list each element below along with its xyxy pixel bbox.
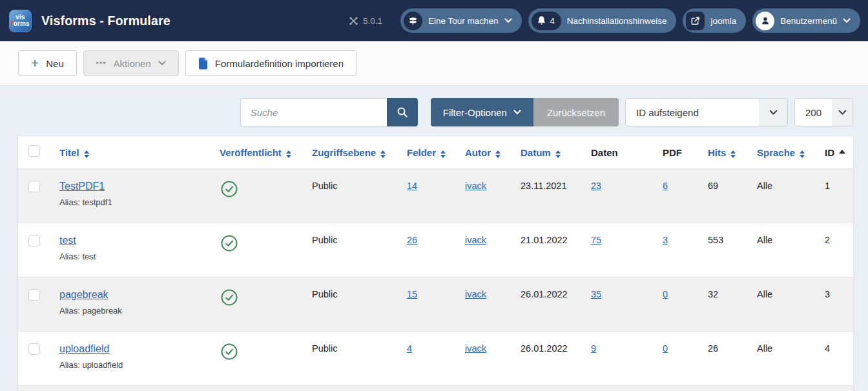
table-row: test Alias: test Public 26 ivack 21.01.2… xyxy=(18,223,853,277)
top-navbar: vis forms Visforms - Formulare 5.0.1 xyxy=(0,0,868,41)
post-installation-messages-button[interactable]: 4 Nachinstallationshinweise xyxy=(528,8,677,33)
import-form-definition-button[interactable]: Formulardefinition importieren xyxy=(185,50,356,76)
fields-count-link[interactable]: 14 xyxy=(407,181,417,191)
form-title-link[interactable]: test xyxy=(59,235,76,246)
notifications-badge: 4 xyxy=(532,12,561,30)
column-header-felder[interactable]: Felder xyxy=(407,136,465,168)
filter-button-group: Filter-Optionen Zurücksetzen xyxy=(431,98,619,126)
reset-button[interactable]: Zurücksetzen xyxy=(533,98,619,126)
author-link[interactable]: ivack xyxy=(465,343,486,354)
row-checkbox[interactable] xyxy=(28,343,40,355)
fields-count-link[interactable]: 4 xyxy=(407,343,412,354)
pdf-count-link[interactable]: 0 xyxy=(663,289,668,299)
form-title-link[interactable]: pagebreak xyxy=(59,289,108,300)
table-row-partial xyxy=(18,385,853,391)
column-header-zugriffsebene[interactable]: Zugriffsebene xyxy=(312,136,407,168)
notifications-label: Nachinstallationshinweise xyxy=(567,16,667,26)
form-id: 4 xyxy=(825,331,853,385)
published-status-icon[interactable] xyxy=(221,243,238,254)
column-header-datum[interactable]: Datum xyxy=(521,136,591,168)
visforms-logo: vis forms xyxy=(9,10,32,32)
column-header-autor[interactable]: Autor xyxy=(465,136,521,168)
forms-table-card: Titel Veröffentlicht Zugriffsebene Felde… xyxy=(18,136,853,391)
column-header-pdf: PDF xyxy=(663,136,708,168)
filter-options-button[interactable]: Filter-Optionen xyxy=(431,98,533,126)
created-date: 26.01.2022 xyxy=(521,277,591,331)
column-header-daten: Daten xyxy=(591,136,663,168)
chevron-down-icon xyxy=(158,61,166,66)
document-icon xyxy=(198,57,208,70)
new-button[interactable]: + Neu xyxy=(18,50,77,76)
published-status-icon[interactable] xyxy=(221,352,238,362)
created-date: 23.11.2021 xyxy=(521,168,591,223)
external-link-icon xyxy=(686,12,705,30)
language: Alle xyxy=(757,277,825,331)
form-alias: Alias: test xyxy=(59,252,220,261)
sort-icon xyxy=(380,150,386,158)
page-size-value: 200 xyxy=(795,99,832,126)
data-count-link[interactable]: 9 xyxy=(591,343,596,354)
row-checkbox[interactable] xyxy=(28,235,40,246)
tour-button[interactable]: Eine Tour machen xyxy=(400,8,522,33)
user-menu-button[interactable]: Benutzermenü xyxy=(752,8,860,33)
joomla-version: 5.0.1 xyxy=(349,16,382,26)
created-date: 21.01.2022 xyxy=(521,223,591,277)
data-count-link[interactable]: 35 xyxy=(591,289,601,299)
form-id: 2 xyxy=(825,223,853,277)
author-link[interactable]: ivack xyxy=(465,181,486,191)
form-alias: Alias: uploadfield xyxy=(59,360,220,370)
chevron-down-icon xyxy=(513,110,521,115)
hits-count: 553 xyxy=(708,223,757,277)
sort-icon xyxy=(440,150,446,158)
table-row: pagebreak Alias: pagebreak Public 15 iva… xyxy=(18,277,853,331)
version-text: 5.0.1 xyxy=(363,16,382,26)
select-all-checkbox[interactable] xyxy=(28,145,40,157)
page-size-select[interactable]: 200 xyxy=(794,98,853,126)
joomla-site-link-button[interactable]: joomla xyxy=(683,8,746,33)
signpost-icon xyxy=(404,12,422,30)
column-header-titel[interactable]: Titel xyxy=(59,136,220,168)
row-checkbox[interactable] xyxy=(28,181,40,192)
author-link[interactable]: ivack xyxy=(465,289,486,299)
form-id: 3 xyxy=(825,277,853,331)
column-header-sprache[interactable]: Sprache xyxy=(757,136,825,168)
row-checkbox[interactable] xyxy=(28,289,40,301)
ellipsis-icon: ••• xyxy=(96,59,107,68)
published-status-icon[interactable] xyxy=(221,189,238,199)
sort-order-select[interactable]: ID aufsteigend xyxy=(625,98,788,126)
sort-icon xyxy=(555,150,561,158)
toolbar: + Neu ••• Aktionen Formulardefinition im… xyxy=(0,41,868,86)
search-input[interactable] xyxy=(240,98,387,126)
table-row: TestPDF1 Alias: testpdf1 Public 14 ivack… xyxy=(18,168,853,223)
fields-count-link[interactable]: 15 xyxy=(407,289,417,299)
pdf-count-link[interactable]: 3 xyxy=(663,235,668,245)
created-date: 26.01.2022 xyxy=(521,331,591,385)
published-status-icon[interactable] xyxy=(221,297,238,308)
author-link[interactable]: ivack xyxy=(465,235,486,245)
sort-ascending-icon xyxy=(839,150,845,154)
pdf-count-link[interactable]: 0 xyxy=(663,343,668,354)
column-header-hits[interactable]: Hits xyxy=(708,136,757,168)
main-content: Filter-Optionen Zurücksetzen ID aufsteig… xyxy=(0,86,868,391)
form-title-link[interactable]: uploadfield xyxy=(59,343,109,354)
notifications-count: 4 xyxy=(550,16,555,26)
access-level: Public xyxy=(312,331,407,385)
fields-count-link[interactable]: 26 xyxy=(407,235,417,245)
pdf-count-link[interactable]: 6 xyxy=(663,181,668,191)
data-count-link[interactable]: 23 xyxy=(591,181,601,191)
actions-button[interactable]: ••• Aktionen xyxy=(83,50,179,76)
forms-table: Titel Veröffentlicht Zugriffsebene Felde… xyxy=(18,136,853,391)
sort-order-value: ID aufsteigend xyxy=(626,99,759,126)
search-button[interactable] xyxy=(387,98,418,126)
sort-icon xyxy=(84,150,89,158)
column-header-veroeffentlicht[interactable]: Veröffentlicht xyxy=(220,136,312,168)
joomla-site-link-label: joomla xyxy=(710,16,736,26)
import-button-label: Formulardefinition importieren xyxy=(215,58,344,69)
form-title-link[interactable]: TestPDF1 xyxy=(59,181,105,192)
sort-icon xyxy=(730,150,736,158)
plus-icon: + xyxy=(31,56,39,70)
column-header-id[interactable]: ID xyxy=(825,136,853,168)
data-count-link[interactable]: 75 xyxy=(591,235,601,245)
language: Alle xyxy=(757,223,825,277)
access-level: Public xyxy=(312,223,407,277)
